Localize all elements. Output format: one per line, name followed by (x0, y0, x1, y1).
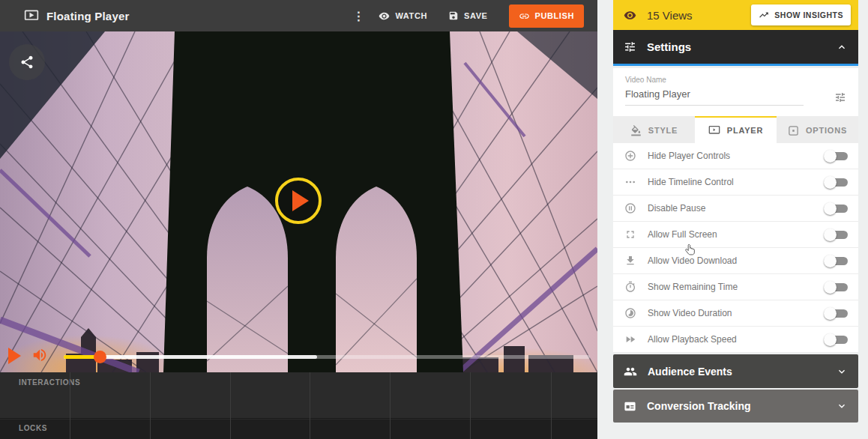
toggle-show-remaining-time[interactable] (824, 281, 848, 294)
progress-bar[interactable] (64, 355, 590, 359)
kebab-menu-icon[interactable]: ⋮ (352, 9, 365, 23)
paint-fill-icon (630, 125, 642, 136)
settings-section-header[interactable]: Settings (613, 30, 858, 66)
ellipsis-icon (624, 176, 636, 189)
toggle-hide-player-controls[interactable] (824, 150, 848, 163)
setting-row-allow-video-download: Allow Video Download (613, 248, 858, 274)
watch-button[interactable]: WATCH (379, 10, 427, 22)
chevron-up-icon (836, 41, 848, 53)
eye-icon (379, 10, 390, 22)
video-name-input[interactable]: Floating Player (625, 88, 804, 106)
toggle-show-video-duration[interactable] (824, 307, 848, 320)
save-icon (448, 10, 459, 21)
volume-icon[interactable] (31, 347, 48, 366)
views-bar: 15 Views SHOW INSIGHTS (613, 0, 858, 30)
control-play-icon[interactable] (8, 348, 21, 364)
fast-forward-icon (624, 333, 636, 346)
setting-row-show-video-duration: Show Video Duration (613, 300, 858, 327)
chevron-down-icon (836, 366, 848, 378)
player-tab-icon (708, 124, 720, 136)
toggle-allow-video-download[interactable] (824, 255, 848, 267)
video-editor-app: Floating Player ⋮ WATCH SAVE PUBLISH (0, 0, 868, 439)
people-icon (624, 365, 637, 378)
stopwatch-icon (624, 281, 636, 294)
left-panel: Floating Player ⋮ WATCH SAVE PUBLISH (0, 0, 597, 439)
settings-tabs: STYLE PLAYER OPTIONS (613, 116, 858, 143)
share-button[interactable] (9, 44, 45, 80)
toggle-allow-full-screen[interactable] (824, 228, 848, 241)
locks-track[interactable] (0, 420, 597, 439)
share-icon (19, 55, 34, 70)
interactions-track-label: INTERACTIONS (19, 378, 80, 387)
pause-circle-icon (624, 202, 636, 215)
tab-options[interactable]: OPTIONS (777, 116, 858, 143)
setting-row-allow-full-screen: Allow Full Screen (613, 222, 858, 248)
player-settings-list: Hide Player Controls Hide Timeline Contr… (613, 143, 858, 353)
toggle-allow-playback-speed[interactable] (824, 333, 848, 346)
page-title: Floating Player (46, 10, 130, 22)
link-icon (519, 10, 530, 22)
topbar: Floating Player ⋮ WATCH SAVE PUBLISH (0, 0, 597, 31)
settings-sidebar: 15 Views SHOW INSIGHTS Settings Video Na… (613, 0, 858, 439)
chevron-down-icon (836, 400, 848, 412)
audience-events-header[interactable]: Audience Events (613, 354, 858, 388)
video-name-card: Video Name Floating Player (613, 68, 858, 116)
setting-row-show-remaining-time: Show Remaining Time (613, 274, 858, 300)
setting-row-hide-player-controls: Hide Player Controls (613, 143, 858, 169)
locks-track-label: LOCKS (19, 424, 47, 432)
download-icon (624, 255, 636, 267)
toggle-disable-pause[interactable] (824, 202, 848, 215)
timeline: INTERACTIONS LOCKS (0, 372, 597, 439)
views-count: 15 Views (647, 9, 693, 22)
play-button[interactable] (275, 178, 322, 224)
tab-player[interactable]: PLAYER (695, 116, 777, 143)
publish-button[interactable]: PUBLISH (509, 4, 584, 28)
duration-icon (624, 307, 636, 320)
video-name-label: Video Name (625, 76, 846, 84)
video-player-icon (24, 8, 39, 23)
save-button[interactable]: SAVE (448, 10, 488, 21)
show-insights-button[interactable]: SHOW INSIGHTS (751, 4, 851, 25)
trending-up-icon (759, 10, 769, 20)
setting-row-hide-timeline-control: Hide Timeline Control (613, 169, 858, 196)
views-eye-icon (624, 9, 636, 22)
settings-title: Settings (647, 40, 691, 53)
options-tab-icon (788, 125, 799, 136)
fullscreen-icon (624, 228, 636, 241)
progress-knob[interactable] (94, 351, 106, 363)
play-triangle-icon (292, 190, 309, 211)
tune-icon (624, 40, 636, 53)
setting-row-disable-pause: Disable Pause (613, 196, 858, 222)
tab-style[interactable]: STYLE (613, 116, 695, 143)
card-icon (624, 400, 636, 413)
circle-plus-icon (624, 150, 636, 163)
video-name-tune-icon[interactable] (834, 91, 846, 103)
toggle-hide-timeline-control[interactable] (824, 176, 848, 189)
setting-row-allow-playback-speed: Allow Playback Speed (613, 327, 858, 353)
interactions-track[interactable] (0, 372, 597, 419)
conversion-tracking-header[interactable]: Conversion Tracking (613, 390, 858, 423)
video-preview[interactable] (0, 31, 597, 372)
topbar-actions: ⋮ WATCH SAVE PUBLISH (352, 4, 597, 28)
